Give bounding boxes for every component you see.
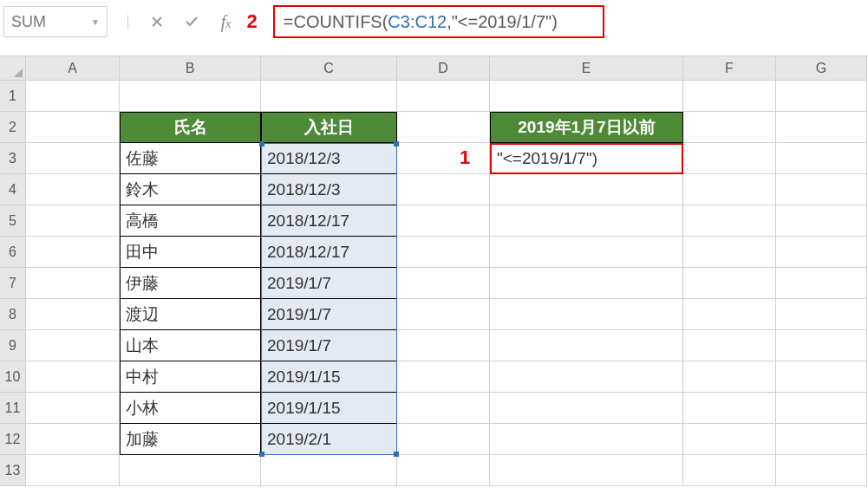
cell-C10[interactable]: 2019/1/15 bbox=[261, 361, 397, 393]
cell-A10[interactable] bbox=[26, 361, 120, 393]
cell-G12[interactable] bbox=[776, 424, 867, 455]
cell-G6[interactable] bbox=[776, 237, 867, 268]
cell-A6[interactable] bbox=[26, 237, 120, 268]
col-header[interactable]: B bbox=[120, 56, 261, 81]
cell-E10[interactable] bbox=[490, 361, 683, 393]
cell-C12[interactable]: 2019/2/1 bbox=[261, 424, 397, 455]
cell-E9[interactable] bbox=[490, 330, 683, 361]
col-header[interactable]: G bbox=[776, 56, 867, 81]
cell-G13[interactable] bbox=[776, 455, 867, 486]
cell-G3[interactable] bbox=[776, 143, 867, 174]
cell-A3[interactable] bbox=[26, 143, 120, 174]
cell-B8[interactable]: 渡辺 bbox=[120, 299, 261, 330]
cell-B4[interactable]: 鈴木 bbox=[120, 174, 261, 205]
cell-G11[interactable] bbox=[776, 393, 867, 424]
row-header[interactable]: 6 bbox=[0, 237, 26, 268]
cell-C4[interactable]: 2018/12/3 bbox=[261, 174, 397, 205]
cell-C9[interactable]: 2019/1/7 bbox=[261, 330, 397, 361]
cell-D4[interactable] bbox=[397, 174, 490, 205]
cell-C5[interactable]: 2018/12/17 bbox=[261, 205, 397, 237]
cell-F9[interactable] bbox=[683, 330, 776, 361]
cell-F8[interactable] bbox=[683, 299, 776, 330]
cell-F1[interactable] bbox=[683, 81, 776, 112]
cell-C11[interactable]: 2019/1/15 bbox=[261, 393, 397, 424]
cell-D7[interactable] bbox=[397, 268, 490, 299]
cell-G7[interactable] bbox=[776, 268, 867, 299]
cell-D6[interactable] bbox=[397, 237, 490, 268]
cell-D9[interactable] bbox=[397, 330, 490, 361]
cell-G4[interactable] bbox=[776, 174, 867, 205]
namebox[interactable]: ▼ bbox=[3, 6, 108, 37]
row-header[interactable]: 7 bbox=[0, 268, 26, 299]
fx-icon[interactable]: fx bbox=[216, 12, 232, 32]
select-all-triangle[interactable] bbox=[0, 56, 26, 81]
row-header[interactable]: 3 bbox=[0, 143, 26, 174]
cell-B11[interactable]: 小林 bbox=[120, 393, 261, 424]
row-header[interactable]: 11 bbox=[0, 393, 26, 424]
cell-B1[interactable] bbox=[120, 81, 261, 112]
cell-D2[interactable] bbox=[397, 112, 490, 143]
cell-F11[interactable] bbox=[683, 393, 776, 424]
namebox-input[interactable] bbox=[11, 13, 81, 31]
worksheet[interactable]: A B C D E F G 12氏名入社日2019年1月7日以前3佐藤2018/… bbox=[0, 55, 868, 486]
cell-C13[interactable] bbox=[261, 455, 397, 486]
cell-F6[interactable] bbox=[683, 237, 776, 268]
cell-E4[interactable] bbox=[490, 174, 683, 205]
cell-E6[interactable] bbox=[490, 237, 683, 268]
cell-F2[interactable] bbox=[683, 112, 776, 143]
cell-A5[interactable] bbox=[26, 205, 120, 237]
cell-E13[interactable] bbox=[490, 455, 683, 486]
cell-A8[interactable] bbox=[26, 299, 120, 330]
cell-D12[interactable] bbox=[397, 424, 490, 455]
chevron-down-icon[interactable]: ▼ bbox=[91, 17, 100, 27]
cell-F13[interactable] bbox=[683, 455, 776, 486]
cell-F3[interactable] bbox=[683, 143, 776, 174]
cell-D13[interactable] bbox=[397, 455, 490, 486]
cell-E8[interactable] bbox=[490, 299, 683, 330]
cell-D3[interactable] bbox=[397, 143, 490, 174]
cell-E12[interactable] bbox=[490, 424, 683, 455]
col-header[interactable]: C bbox=[261, 56, 397, 81]
cell-E7[interactable] bbox=[490, 268, 683, 299]
cell-F12[interactable] bbox=[683, 424, 776, 455]
row-header[interactable]: 2 bbox=[0, 112, 26, 143]
cell-E1[interactable] bbox=[490, 81, 683, 112]
cell-B9[interactable]: 山本 bbox=[120, 330, 261, 361]
cell-A9[interactable] bbox=[26, 330, 120, 361]
row-header[interactable]: 1 bbox=[0, 81, 26, 112]
cell-C8[interactable]: 2019/1/7 bbox=[261, 299, 397, 330]
cell-B10[interactable]: 中村 bbox=[120, 361, 261, 393]
cell-C7[interactable]: 2019/1/7 bbox=[261, 268, 397, 299]
row-header[interactable]: 9 bbox=[0, 330, 26, 361]
cell-D11[interactable] bbox=[397, 393, 490, 424]
cell-D5[interactable] bbox=[397, 205, 490, 237]
col-header[interactable]: A bbox=[26, 56, 120, 81]
cell-B5[interactable]: 高橋 bbox=[120, 205, 261, 237]
cell-G9[interactable] bbox=[776, 330, 867, 361]
cell-D1[interactable] bbox=[397, 81, 490, 112]
cell-E3[interactable]: "<=2019/1/7") bbox=[490, 143, 683, 174]
cell-F4[interactable] bbox=[683, 174, 776, 205]
cell-B3[interactable]: 佐藤 bbox=[120, 143, 261, 174]
cell-B13[interactable] bbox=[120, 455, 261, 486]
cell-C2[interactable]: 入社日 bbox=[261, 112, 397, 143]
cell-A1[interactable] bbox=[26, 81, 120, 112]
cell-C6[interactable]: 2018/12/17 bbox=[261, 237, 397, 268]
row-header[interactable]: 13 bbox=[0, 455, 26, 486]
cell-E2[interactable]: 2019年1月7日以前 bbox=[490, 112, 683, 143]
cell-A11[interactable] bbox=[26, 393, 120, 424]
cell-F10[interactable] bbox=[683, 361, 776, 393]
cell-G5[interactable] bbox=[776, 205, 867, 237]
cell-A4[interactable] bbox=[26, 174, 120, 205]
cell-A2[interactable] bbox=[26, 112, 120, 143]
cell-G2[interactable] bbox=[776, 112, 867, 143]
row-header[interactable]: 10 bbox=[0, 361, 26, 393]
cell-F5[interactable] bbox=[683, 205, 776, 237]
row-header[interactable]: 8 bbox=[0, 299, 26, 330]
cell-E11[interactable] bbox=[490, 393, 683, 424]
cell-E5[interactable] bbox=[490, 205, 683, 237]
cell-B12[interactable]: 加藤 bbox=[120, 424, 261, 455]
cell-A12[interactable] bbox=[26, 424, 120, 455]
cell-A13[interactable] bbox=[26, 455, 120, 486]
cell-G10[interactable] bbox=[776, 361, 867, 393]
